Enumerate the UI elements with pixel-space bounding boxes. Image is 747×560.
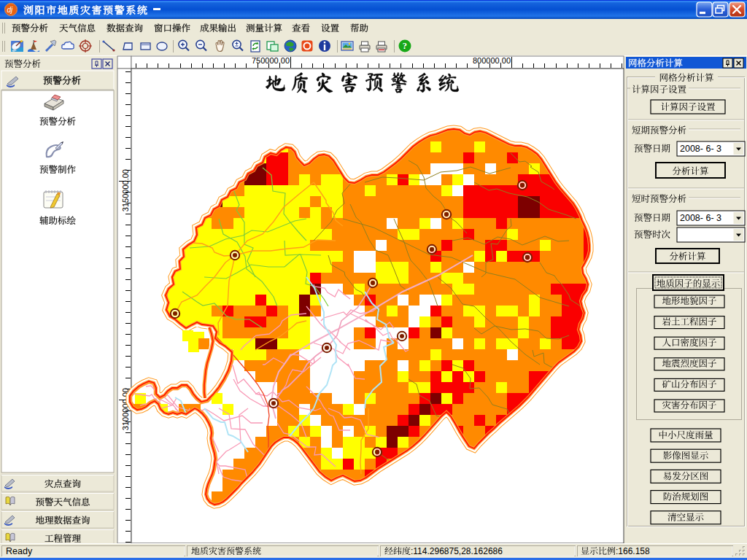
svg-text:2008- 6- 3: 2008- 6- 3 bbox=[680, 213, 721, 223]
svg-text:750000.00: 750000.00 bbox=[252, 56, 290, 65]
svg-text:dj: dj bbox=[7, 6, 14, 14]
svg-text::114.296875,28.162686: :114.296875,28.162686 bbox=[411, 546, 503, 556]
svg-text:800000.00: 800000.00 bbox=[473, 56, 511, 65]
svg-text:?: ? bbox=[403, 41, 407, 51]
svg-text:Ready: Ready bbox=[6, 546, 33, 556]
svg-text::166.158: :166.158 bbox=[616, 546, 650, 556]
svg-text:3150000.00: 3150000.00 bbox=[121, 169, 130, 211]
svg-text:2008- 6- 3: 2008- 6- 3 bbox=[680, 144, 721, 154]
